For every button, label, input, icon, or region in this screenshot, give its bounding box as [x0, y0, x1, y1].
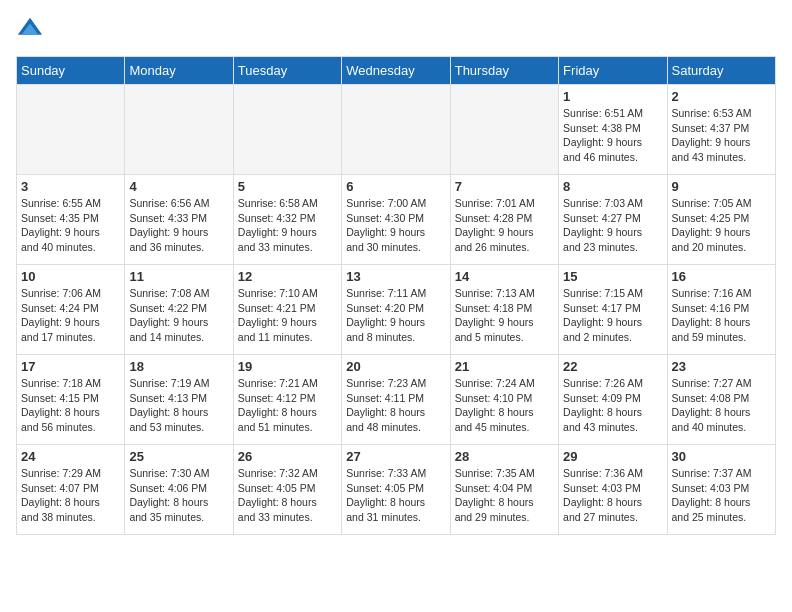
day-header-monday: Monday: [125, 57, 233, 85]
day-number: 5: [238, 179, 337, 194]
calendar-week-row: 3Sunrise: 6:55 AM Sunset: 4:35 PM Daylig…: [17, 175, 776, 265]
day-info: Sunrise: 7:30 AM Sunset: 4:06 PM Dayligh…: [129, 466, 228, 525]
day-number: 26: [238, 449, 337, 464]
day-info: Sunrise: 6:53 AM Sunset: 4:37 PM Dayligh…: [672, 106, 771, 165]
day-info: Sunrise: 6:51 AM Sunset: 4:38 PM Dayligh…: [563, 106, 662, 165]
day-number: 27: [346, 449, 445, 464]
calendar-cell: 20Sunrise: 7:23 AM Sunset: 4:11 PM Dayli…: [342, 355, 450, 445]
day-info: Sunrise: 6:58 AM Sunset: 4:32 PM Dayligh…: [238, 196, 337, 255]
day-header-sunday: Sunday: [17, 57, 125, 85]
calendar-cell: [17, 85, 125, 175]
day-header-thursday: Thursday: [450, 57, 558, 85]
day-number: 11: [129, 269, 228, 284]
day-number: 2: [672, 89, 771, 104]
day-number: 22: [563, 359, 662, 374]
day-number: 12: [238, 269, 337, 284]
calendar-cell: 8Sunrise: 7:03 AM Sunset: 4:27 PM Daylig…: [559, 175, 667, 265]
day-info: Sunrise: 7:23 AM Sunset: 4:11 PM Dayligh…: [346, 376, 445, 435]
day-info: Sunrise: 7:19 AM Sunset: 4:13 PM Dayligh…: [129, 376, 228, 435]
day-number: 20: [346, 359, 445, 374]
day-info: Sunrise: 7:32 AM Sunset: 4:05 PM Dayligh…: [238, 466, 337, 525]
calendar-cell: 21Sunrise: 7:24 AM Sunset: 4:10 PM Dayli…: [450, 355, 558, 445]
calendar-week-row: 17Sunrise: 7:18 AM Sunset: 4:15 PM Dayli…: [17, 355, 776, 445]
day-info: Sunrise: 7:26 AM Sunset: 4:09 PM Dayligh…: [563, 376, 662, 435]
day-info: Sunrise: 7:27 AM Sunset: 4:08 PM Dayligh…: [672, 376, 771, 435]
day-number: 4: [129, 179, 228, 194]
calendar-cell: 6Sunrise: 7:00 AM Sunset: 4:30 PM Daylig…: [342, 175, 450, 265]
day-number: 15: [563, 269, 662, 284]
calendar-cell: 13Sunrise: 7:11 AM Sunset: 4:20 PM Dayli…: [342, 265, 450, 355]
day-number: 16: [672, 269, 771, 284]
day-header-saturday: Saturday: [667, 57, 775, 85]
day-number: 1: [563, 89, 662, 104]
day-info: Sunrise: 7:13 AM Sunset: 4:18 PM Dayligh…: [455, 286, 554, 345]
day-number: 29: [563, 449, 662, 464]
day-number: 24: [21, 449, 120, 464]
logo-icon: [16, 16, 44, 44]
day-number: 14: [455, 269, 554, 284]
day-info: Sunrise: 7:08 AM Sunset: 4:22 PM Dayligh…: [129, 286, 228, 345]
calendar-week-row: 10Sunrise: 7:06 AM Sunset: 4:24 PM Dayli…: [17, 265, 776, 355]
day-header-wednesday: Wednesday: [342, 57, 450, 85]
calendar-cell: 24Sunrise: 7:29 AM Sunset: 4:07 PM Dayli…: [17, 445, 125, 535]
calendar-cell: 27Sunrise: 7:33 AM Sunset: 4:05 PM Dayli…: [342, 445, 450, 535]
calendar-cell: 22Sunrise: 7:26 AM Sunset: 4:09 PM Dayli…: [559, 355, 667, 445]
calendar-cell: 2Sunrise: 6:53 AM Sunset: 4:37 PM Daylig…: [667, 85, 775, 175]
calendar-cell: 19Sunrise: 7:21 AM Sunset: 4:12 PM Dayli…: [233, 355, 341, 445]
calendar-cell: 11Sunrise: 7:08 AM Sunset: 4:22 PM Dayli…: [125, 265, 233, 355]
calendar-cell: 15Sunrise: 7:15 AM Sunset: 4:17 PM Dayli…: [559, 265, 667, 355]
day-number: 18: [129, 359, 228, 374]
calendar-week-row: 24Sunrise: 7:29 AM Sunset: 4:07 PM Dayli…: [17, 445, 776, 535]
day-info: Sunrise: 7:06 AM Sunset: 4:24 PM Dayligh…: [21, 286, 120, 345]
day-number: 9: [672, 179, 771, 194]
calendar-cell: 25Sunrise: 7:30 AM Sunset: 4:06 PM Dayli…: [125, 445, 233, 535]
calendar-cell: 3Sunrise: 6:55 AM Sunset: 4:35 PM Daylig…: [17, 175, 125, 265]
page-header: [16, 16, 776, 44]
calendar-cell: 29Sunrise: 7:36 AM Sunset: 4:03 PM Dayli…: [559, 445, 667, 535]
calendar-cell: 9Sunrise: 7:05 AM Sunset: 4:25 PM Daylig…: [667, 175, 775, 265]
day-info: Sunrise: 7:10 AM Sunset: 4:21 PM Dayligh…: [238, 286, 337, 345]
day-number: 3: [21, 179, 120, 194]
day-number: 25: [129, 449, 228, 464]
day-info: Sunrise: 7:29 AM Sunset: 4:07 PM Dayligh…: [21, 466, 120, 525]
calendar-cell: 28Sunrise: 7:35 AM Sunset: 4:04 PM Dayli…: [450, 445, 558, 535]
calendar-cell: [233, 85, 341, 175]
day-info: Sunrise: 7:11 AM Sunset: 4:20 PM Dayligh…: [346, 286, 445, 345]
calendar-cell: 16Sunrise: 7:16 AM Sunset: 4:16 PM Dayli…: [667, 265, 775, 355]
calendar-cell: [125, 85, 233, 175]
day-info: Sunrise: 7:00 AM Sunset: 4:30 PM Dayligh…: [346, 196, 445, 255]
day-number: 17: [21, 359, 120, 374]
day-info: Sunrise: 7:37 AM Sunset: 4:03 PM Dayligh…: [672, 466, 771, 525]
day-number: 13: [346, 269, 445, 284]
day-number: 7: [455, 179, 554, 194]
day-info: Sunrise: 7:35 AM Sunset: 4:04 PM Dayligh…: [455, 466, 554, 525]
calendar-cell: 10Sunrise: 7:06 AM Sunset: 4:24 PM Dayli…: [17, 265, 125, 355]
day-info: Sunrise: 7:05 AM Sunset: 4:25 PM Dayligh…: [672, 196, 771, 255]
calendar-cell: 30Sunrise: 7:37 AM Sunset: 4:03 PM Dayli…: [667, 445, 775, 535]
calendar-cell: 1Sunrise: 6:51 AM Sunset: 4:38 PM Daylig…: [559, 85, 667, 175]
day-info: Sunrise: 6:56 AM Sunset: 4:33 PM Dayligh…: [129, 196, 228, 255]
day-number: 21: [455, 359, 554, 374]
day-header-friday: Friday: [559, 57, 667, 85]
day-info: Sunrise: 7:18 AM Sunset: 4:15 PM Dayligh…: [21, 376, 120, 435]
day-header-tuesday: Tuesday: [233, 57, 341, 85]
calendar-cell: 12Sunrise: 7:10 AM Sunset: 4:21 PM Dayli…: [233, 265, 341, 355]
calendar-week-row: 1Sunrise: 6:51 AM Sunset: 4:38 PM Daylig…: [17, 85, 776, 175]
day-number: 30: [672, 449, 771, 464]
logo: [16, 16, 48, 44]
calendar-cell: 23Sunrise: 7:27 AM Sunset: 4:08 PM Dayli…: [667, 355, 775, 445]
calendar-cell: 14Sunrise: 7:13 AM Sunset: 4:18 PM Dayli…: [450, 265, 558, 355]
calendar-cell: 18Sunrise: 7:19 AM Sunset: 4:13 PM Dayli…: [125, 355, 233, 445]
day-info: Sunrise: 7:03 AM Sunset: 4:27 PM Dayligh…: [563, 196, 662, 255]
day-number: 6: [346, 179, 445, 194]
day-info: Sunrise: 7:15 AM Sunset: 4:17 PM Dayligh…: [563, 286, 662, 345]
day-info: Sunrise: 7:16 AM Sunset: 4:16 PM Dayligh…: [672, 286, 771, 345]
day-number: 8: [563, 179, 662, 194]
calendar-cell: 26Sunrise: 7:32 AM Sunset: 4:05 PM Dayli…: [233, 445, 341, 535]
day-info: Sunrise: 7:36 AM Sunset: 4:03 PM Dayligh…: [563, 466, 662, 525]
calendar-table: SundayMondayTuesdayWednesdayThursdayFrid…: [16, 56, 776, 535]
day-number: 10: [21, 269, 120, 284]
day-number: 19: [238, 359, 337, 374]
calendar-cell: [450, 85, 558, 175]
day-info: Sunrise: 7:01 AM Sunset: 4:28 PM Dayligh…: [455, 196, 554, 255]
